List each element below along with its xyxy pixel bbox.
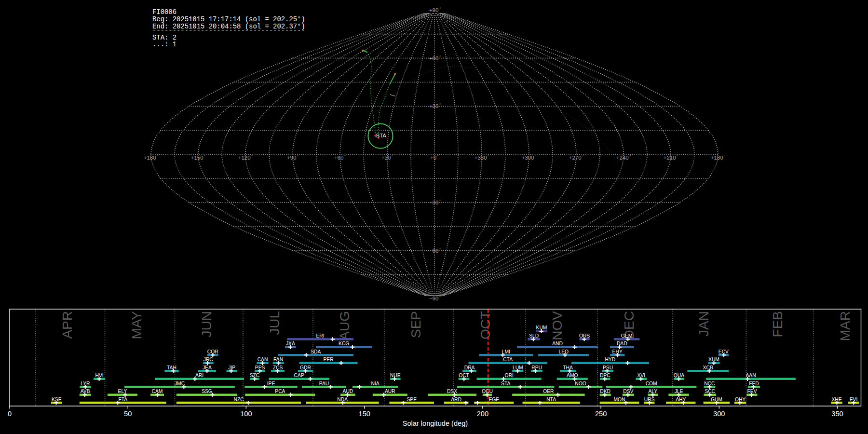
svg-text:EGE: EGE [488,397,499,402]
svg-text:150: 150 [359,410,370,418]
svg-text:KCG: KCG [339,341,349,346]
svg-text:URS: URS [644,397,655,402]
svg-text:GUM: GUM [711,397,722,402]
svg-text:GEM: GEM [621,333,632,339]
svg-text:APR: APR [60,311,75,339]
svg-text:PAU: PAU [319,381,329,386]
svg-text:NOO: NOO [575,381,586,386]
svg-text:CAP: CAP [294,373,304,378]
svg-text:NTA: NTA [546,397,556,402]
svg-text:ELY: ELY [118,389,127,394]
svg-text:DSX: DSX [447,389,457,394]
svg-text:PPS: PPS [255,365,265,370]
svg-text:DKD: DKD [600,389,610,394]
svg-text:ALY: ALY [648,389,657,394]
svg-text:PCA: PCA [275,389,285,394]
svg-text:CAM: CAM [152,389,163,394]
svg-text:TAH: TAH [167,365,176,370]
svg-text:KUM: KUM [536,325,547,330]
svg-text:RPU: RPU [531,365,542,370]
svg-text:100: 100 [240,410,252,418]
svg-text:JUN: JUN [199,311,214,337]
svg-text:PSU: PSU [603,365,613,370]
svg-text:HYD: HYD [605,357,615,362]
svg-text:NUE: NUE [390,373,401,378]
svg-text:THA: THA [563,365,573,370]
svg-text:SLD: SLD [529,333,539,339]
svg-text:XVI: XVI [637,373,645,378]
svg-text:HVI: HVI [95,373,104,378]
svg-text:AAN: AAN [746,373,756,378]
svg-text:COR: COR [207,349,218,354]
svg-text:JRC: JRC [203,357,214,362]
svg-text:AND: AND [552,341,563,346]
svg-text:MAR: MAR [838,311,853,341]
svg-text:PER: PER [324,357,334,362]
svg-text:JXA: JXA [286,341,295,346]
svg-text:...: 1: ...: 1 [152,41,176,48]
svg-text:DRA: DRA [464,365,475,370]
svg-text:MAY: MAY [129,311,144,339]
svg-text:STA: STA [376,133,387,138]
svg-text:OCT: OCT [459,373,469,378]
svg-text:CTA: CTA [503,357,513,362]
svg-text:NOV: NOV [550,311,565,340]
svg-text:LUM: LUM [513,365,523,370]
svg-text:NIA: NIA [371,381,380,386]
svg-text:JEA: JEA [203,365,212,370]
svg-text:50: 50 [124,410,132,418]
svg-text:JLE: JLE [675,389,683,394]
svg-text:STA: STA [501,381,510,386]
svg-text:ORI: ORI [505,373,514,378]
svg-text:CAN: CAN [258,357,268,362]
svg-text:FEB: FEB [770,311,785,337]
svg-text:ERI: ERI [316,333,325,339]
svg-text:AUD: AUD [343,389,353,394]
svg-text:Solar longitude (deg): Solar longitude (deg) [403,420,468,427]
svg-text:EHY: EHY [612,349,623,354]
svg-text:OCT: OCT [478,311,493,339]
svg-text:JIP: JIP [228,365,235,370]
svg-text:GDR: GDR [300,365,311,370]
svg-text:NCC: NCC [704,381,715,386]
svg-text:SZC: SZC [250,373,260,378]
svg-text:XCB: XCB [703,365,713,370]
svg-text:SPE: SPE [407,397,417,402]
svg-text:MON: MON [613,397,625,402]
svg-text:SSG: SSG [202,389,212,394]
svg-text:DAD: DAD [617,341,627,346]
svg-text:DSV: DSV [623,389,633,394]
svg-text:DPC: DPC [600,373,610,378]
svg-text:ECV: ECV [719,349,729,354]
svg-text:------------------------------: -------------------------------------- [152,27,305,34]
svg-text:ORS: ORS [579,333,590,339]
svg-text:LMI: LMI [502,349,510,354]
svg-text:SCC: SCC [705,389,715,394]
svg-text:OCU: OCU [482,389,493,394]
svg-text:Beg: 20251015 17:17:14 (sol =: Beg: 20251015 17:17:14 (sol = 202.25°) [152,15,305,23]
svg-text:QUA: QUA [674,373,684,378]
svg-text:LEO: LEO [558,349,569,354]
svg-text:200: 200 [477,410,488,418]
svg-text:NDA: NDA [337,397,348,402]
svg-text:250: 250 [595,410,607,418]
svg-text:STA: 2: STA: 2 [152,34,176,41]
svg-text:350: 350 [831,410,843,418]
svg-text:KSE: KSE [52,397,62,402]
svg-text:FED: FED [749,381,759,386]
svg-text:OER: OER [543,389,554,394]
svg-text:SEP: SEP [408,311,423,338]
svg-text:FEV: FEV [747,389,757,394]
svg-text:JAN: JAN [696,311,711,337]
svg-text:ARD: ARD [451,397,461,402]
svg-text:FI0006: FI0006 [152,8,176,16]
svg-text:IPE: IPE [267,381,275,386]
svg-text:LYR: LYR [81,381,90,386]
svg-text:JMC: JMC [175,381,185,386]
svg-text:AMO: AMO [567,373,578,378]
svg-text:XHE: XHE [831,397,841,402]
svg-text:FTA: FTA [118,397,127,402]
svg-text:XUM: XUM [708,357,719,362]
svg-text:EVI: EVI [850,397,858,402]
svg-text:NZC: NZC [234,397,244,402]
